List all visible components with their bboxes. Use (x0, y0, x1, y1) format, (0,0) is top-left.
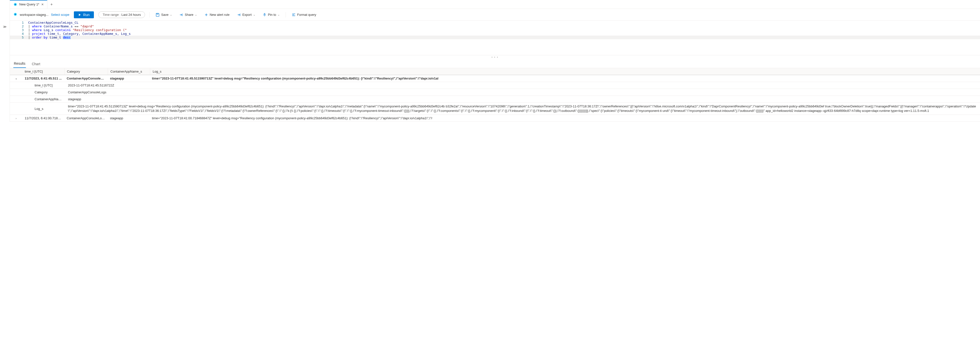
results-grid: time_t [UTC] Category ContainerAppName_s… (10, 68, 980, 122)
export-icon (237, 13, 241, 17)
detail-row: ContainerAppName_s stageapp (10, 96, 980, 103)
detail-value: ContainerAppConsoleLogs (65, 89, 980, 95)
cell-log: time="2023-11-07T18:41:45.511590713Z" le… (150, 75, 980, 81)
table-row[interactable]: ⌄ 11/7/2023, 6:41:45.511 ... ContainerAp… (10, 75, 980, 82)
cell-time: 11/7/2023, 6:41:00.718 PM (22, 115, 64, 121)
format-query-button[interactable]: Format query (290, 12, 318, 18)
query-tab-title: New Query 1* (19, 2, 39, 6)
cell-app: stageapp (107, 115, 150, 121)
col-header-time[interactable]: time_t [UTC] (22, 68, 64, 75)
col-header-app[interactable]: ContainerAppName_s (108, 68, 150, 75)
chevron-down-icon: ⌄ (278, 13, 280, 16)
resize-handle[interactable]: • • • (10, 55, 980, 59)
chevron-down-icon: ⌄ (195, 13, 197, 16)
pin-button[interactable]: Pin to ⌄ (261, 12, 281, 18)
pin-icon (262, 13, 267, 17)
code-token: ContainerAppConsoleLogs_CL (28, 21, 78, 24)
cell-log: time="2023-11-07T18:41:00.718468847Z" le… (150, 115, 980, 121)
scope-picker: workspace-stageg... Select scope (13, 12, 69, 17)
run-button[interactable]: Run (74, 11, 94, 18)
run-button-label: Run (83, 13, 90, 17)
detail-key: ContainerAppName_s (22, 96, 65, 102)
select-scope-link[interactable]: Select scope (51, 13, 69, 17)
format-icon (292, 13, 296, 17)
kql-editor[interactable]: 1ContainerAppConsoleLogs_CL 2| where Con… (10, 21, 980, 55)
workspace-name: workspace-stageg... (20, 13, 48, 17)
time-range-value: Last 24 hours (121, 13, 141, 17)
detail-value: 2023-11-07T18:41:45.5116722Z (65, 82, 980, 89)
save-button[interactable]: Save ⌄ (154, 12, 173, 18)
expand-rail-button[interactable]: ≫ (3, 25, 7, 29)
table-row[interactable]: › 11/7/2023, 6:41:00.718 PM ContainerApp… (10, 115, 980, 122)
play-icon (78, 13, 81, 16)
detail-key: Log_s (22, 106, 65, 112)
detail-row: Category ContainerAppConsoleLogs (10, 89, 980, 96)
chevron-down-icon: ⌄ (170, 13, 172, 16)
plus-icon (204, 13, 208, 17)
close-tab-button[interactable]: ✕ (41, 3, 44, 6)
left-rail: ≫ (0, 0, 10, 122)
detail-row: Log_s time="2023-11-07T18:41:45.51159071… (10, 103, 980, 115)
query-tab-bar: New Query 1* ✕ + (10, 0, 980, 9)
export-button[interactable]: Export ⌄ (235, 12, 257, 18)
svg-point-1 (14, 4, 16, 5)
col-header-category[interactable]: Category (64, 68, 108, 75)
svg-point-3 (14, 14, 16, 15)
toolbar: workspace-stageg... Select scope Run Tim… (10, 9, 980, 21)
grid-header: time_t [UTC] Category ContainerAppName_s… (10, 68, 980, 75)
time-range-picker[interactable]: Time range : Last 24 hours (98, 11, 145, 18)
loganalytics-icon (13, 12, 17, 17)
format-label: Format query (297, 13, 316, 17)
detail-key: time_t [UTC] (22, 82, 65, 89)
share-icon (179, 13, 183, 17)
col-header-log[interactable]: Log_s (150, 68, 980, 75)
cell-category: ContainerAppConsoleLogs (64, 75, 107, 81)
time-range-label: Time range : (102, 13, 121, 17)
query-tab[interactable]: New Query 1* ✕ (10, 0, 48, 9)
new-alert-button[interactable]: New alert rule (203, 12, 231, 18)
result-tabs: Results Chart (10, 59, 980, 68)
share-label: Share (185, 13, 193, 17)
add-tab-button[interactable]: + (48, 2, 56, 7)
cell-time: 11/7/2023, 6:41:45.511 ... (22, 75, 64, 81)
svg-rect-4 (157, 13, 158, 14)
loganalytics-icon (13, 2, 17, 6)
chevron-down-icon: ⌄ (253, 13, 255, 16)
tab-results[interactable]: Results (13, 60, 26, 68)
new-alert-label: New alert rule (210, 13, 229, 17)
tab-chart[interactable]: Chart (31, 60, 41, 68)
pin-label: Pin to (268, 13, 276, 17)
detail-row: time_t [UTC] 2023-11-07T18:41:45.5116722… (10, 82, 980, 89)
expand-row-button[interactable]: › (16, 117, 17, 120)
detail-value: stageapp (65, 96, 980, 102)
collapse-row-button[interactable]: ⌄ (15, 77, 17, 80)
cell-app: stageapp (107, 75, 150, 81)
export-label: Export (242, 13, 252, 17)
detail-key: Category (22, 89, 65, 95)
separator (150, 12, 150, 17)
detail-value: time="2023-11-07T18:41:45.511590713Z" le… (65, 103, 980, 114)
save-label: Save (161, 13, 169, 17)
cell-category: ContainerAppConsoleLogs (64, 115, 107, 121)
share-button[interactable]: Share ⌄ (178, 12, 198, 18)
save-icon (156, 13, 159, 17)
